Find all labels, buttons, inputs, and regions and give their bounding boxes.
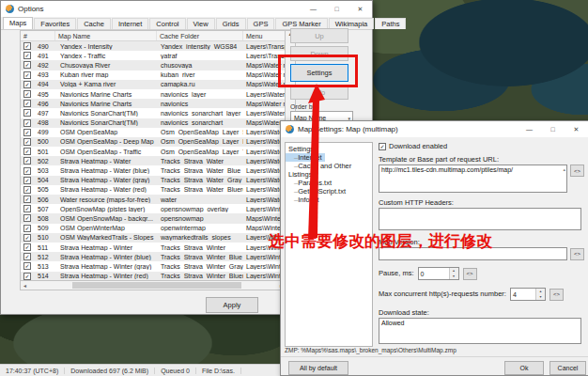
tree-item-cache-and-other[interactable]: Cache and Other xyxy=(286,162,372,170)
tab-control[interactable]: Control xyxy=(149,18,185,29)
tab-internet[interactable]: Internet xyxy=(112,18,148,29)
table-row[interactable]: ✓505Strava Heatmap - Water (red)Tracks_S… xyxy=(21,185,286,195)
table-row[interactable]: ✓503Strava Heatmap - Water (blue)Tracks_… xyxy=(21,165,286,175)
row-checkbox[interactable]: ✓ xyxy=(23,196,31,203)
table-row[interactable]: ✓510OSM WayMarkedTrails - Slopeswaymarke… xyxy=(21,233,286,243)
table-row[interactable]: ✓512Strava Heatmap - Winter (blue)Tracks… xyxy=(21,252,286,261)
tab-maps[interactable]: Maps xyxy=(3,17,33,29)
column-header-num[interactable]: # xyxy=(21,31,55,40)
maximize-icon[interactable]: □ xyxy=(541,121,565,137)
scroll-left-icon[interactable]: ◄ xyxy=(23,283,27,289)
tab-cache[interactable]: Cache xyxy=(77,18,111,29)
table-horizontal-scrollbar[interactable]: ◄ ► xyxy=(20,280,286,290)
pause-script-button[interactable]: <> xyxy=(463,268,477,280)
row-checkbox[interactable]: ✓ xyxy=(23,148,31,155)
tab-grids[interactable]: Grids xyxy=(216,18,246,29)
table-row[interactable]: ✓497Navionics SonarChart(TM)navionics_so… xyxy=(21,108,286,118)
row-checkbox[interactable]: ✓ xyxy=(23,71,31,79)
tree-item-params-txt[interactable]: Params.txt xyxy=(286,179,372,187)
row-checkbox[interactable]: ✓ xyxy=(23,186,31,194)
row-checkbox[interactable]: ✓ xyxy=(23,177,31,184)
row-checkbox[interactable]: ✓ xyxy=(23,119,31,127)
cell: 493 xyxy=(35,71,57,78)
table-row[interactable]: ✓494Volga + Kama rivercamapka.ruMaps\Wat… xyxy=(21,80,286,89)
table-row[interactable]: ✓513Strava Heatmap - Winter (gray)Tracks… xyxy=(21,261,286,271)
table-row[interactable]: ✓504Strava Heatmap - Water (gray)Tracks_… xyxy=(21,176,286,185)
table-row[interactable]: ✓498Navionics SonarChart(TM)navionics_so… xyxy=(21,118,286,128)
row-checkbox[interactable]: ✓ xyxy=(23,61,31,69)
row-checkbox[interactable]: ✓ xyxy=(23,214,31,222)
table-row[interactable]: ✓511Strava Heatmap - WinterTracks_Strava… xyxy=(21,243,286,252)
row-checkbox[interactable]: ✓ xyxy=(23,109,31,117)
tab-favorites[interactable]: Favorites xyxy=(34,18,76,29)
table-row[interactable]: ✓492Chusovaya RiverchusovayaMaps\Water m… xyxy=(21,60,286,70)
all-by-default-button[interactable]: All by default xyxy=(288,361,348,375)
row-checkbox[interactable]: ✓ xyxy=(23,90,31,98)
url-script-button[interactable]: <> xyxy=(570,164,584,177)
maximize-icon[interactable]: □ xyxy=(325,1,348,17)
column-header-cache-folder[interactable]: Cache Folder xyxy=(157,31,243,40)
row-checkbox[interactable]: ✓ xyxy=(23,273,31,280)
table-row[interactable]: ✓491Yandex - TrafficyatrafLayers\Transpo… xyxy=(21,51,286,60)
row-checkbox[interactable]: ✓ xyxy=(23,225,31,232)
table-row[interactable]: ✓496Navionics Marine ChartsnavionicsMaps… xyxy=(21,99,286,108)
table-row[interactable]: ✓493Kuban river mapkuban_riverMaps\Water… xyxy=(21,70,286,80)
apply-button[interactable]: Apply xyxy=(206,297,258,313)
tab-paths[interactable]: Paths xyxy=(375,18,406,29)
row-checkbox[interactable]: ✓ xyxy=(23,138,31,146)
max-requests-script-button[interactable]: <> xyxy=(549,289,564,301)
close-icon[interactable]: ✕ xyxy=(348,1,372,17)
tree-item-info-txt[interactable]: Info.txt xyxy=(286,196,372,204)
close-icon[interactable]: ✕ xyxy=(565,121,588,137)
cell: chusovaya xyxy=(158,62,243,69)
spin-down-icon[interactable]: ▾ xyxy=(536,294,545,300)
up-button[interactable]: Up xyxy=(290,28,348,43)
row-checkbox[interactable]: ✓ xyxy=(23,157,31,164)
row-checkbox[interactable]: ✓ xyxy=(23,262,31,270)
map-settings-titlebar[interactable]: Map Settings: Map (multimap) — □ ✕ xyxy=(281,121,588,137)
tree-item-settings[interactable]: Settings xyxy=(286,145,372,153)
textbox-scroll-up-icon[interactable]: ▴ xyxy=(563,166,565,172)
max-requests-spinner[interactable]: 4 ▴ ▾ xyxy=(510,288,546,301)
table-row[interactable]: ✓508OSM OpenSnowMap - backgr...opensnowm… xyxy=(21,213,286,223)
table-row[interactable]: ✓502Strava Heatmap - WaterTracks_Strava_… xyxy=(21,156,286,165)
column-header-menu[interactable]: Menu xyxy=(243,31,286,40)
pause-spinner[interactable]: 0 ▴ ▾ xyxy=(418,267,459,280)
row-checkbox[interactable]: ✓ xyxy=(23,234,31,242)
ok-button[interactable]: Ok xyxy=(504,361,544,375)
table-row[interactable]: ✓501OSM OpenSeaMap - TrafficOsm_OpenSeaM… xyxy=(21,147,286,156)
table-row[interactable]: ✓506Water resource (maps-for-free)waterL… xyxy=(21,195,286,204)
tab-gps[interactable]: GPS xyxy=(247,18,275,29)
row-checkbox[interactable]: ✓ xyxy=(23,42,31,50)
table-row[interactable]: ✓500OSM OpenSeaMap - Deep MapOsm_OpenSea… xyxy=(21,137,286,147)
minimize-icon[interactable]: — xyxy=(518,121,541,137)
tab-view[interactable]: View xyxy=(187,18,215,29)
table-row[interactable]: ✓490Yandex - IntensityYandex_intensity_W… xyxy=(21,41,286,51)
spin-down-icon[interactable]: ▾ xyxy=(450,274,458,279)
row-checkbox[interactable]: ✓ xyxy=(23,100,31,107)
tree-item-geturlscript-txt[interactable]: GetUrlScript.txt xyxy=(286,187,372,196)
row-checkbox[interactable]: ✓ xyxy=(23,129,31,136)
options-titlebar[interactable]: Options — □ ✕ xyxy=(1,1,372,17)
version-script-button[interactable]: <> xyxy=(570,248,584,260)
row-checkbox[interactable]: ✓ xyxy=(23,52,31,59)
row-checkbox[interactable]: ✓ xyxy=(23,205,31,212)
url-input[interactable]: http://mc1.tiles-cdn.multimap.com/ptiles… xyxy=(379,164,567,193)
cell: Strava Heatmap - Winter (gray) xyxy=(57,263,158,270)
tree-item-listings[interactable]: Listings xyxy=(286,170,372,179)
table-row[interactable]: ✓509OSM OpenWinterMapopenwintermapMaps\W… xyxy=(21,224,286,233)
row-checkbox[interactable]: ✓ xyxy=(23,167,31,175)
column-header-map-name[interactable]: Map Name xyxy=(55,31,157,40)
cancel-button[interactable]: Cancel xyxy=(549,361,586,375)
headers-input[interactable] xyxy=(379,208,581,230)
table-row[interactable]: ✓499OSM OpenSeaMapOsm_OpenSeaMap_Layer_S… xyxy=(21,128,286,137)
scrollbar-thumb[interactable] xyxy=(72,282,241,289)
table-row[interactable]: ✓495Navionics Marine Chartsnavionics_lay… xyxy=(21,89,286,99)
tree-item-internet[interactable]: Internet xyxy=(286,153,325,162)
row-checkbox[interactable]: ✓ xyxy=(23,253,31,260)
minimize-icon[interactable]: — xyxy=(302,1,325,17)
table-row[interactable]: ✓507OpenSnowMap (pistes layer)opensnowma… xyxy=(21,204,286,213)
row-checkbox[interactable]: ✓ xyxy=(23,81,31,88)
download-enabled-checkbox[interactable]: ✓ xyxy=(379,143,386,150)
row-checkbox[interactable]: ✓ xyxy=(23,243,31,251)
